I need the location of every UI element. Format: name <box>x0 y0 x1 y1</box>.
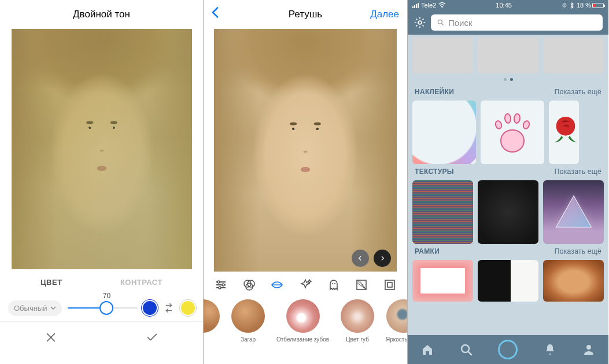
frame-item[interactable] <box>412 260 473 302</box>
scroll-content[interactable]: НАКЛЕЙКИПоказать ещё ТЕКСТУРЫПоказать ещ… <box>408 35 608 334</box>
bluetooth-icon <box>570 2 574 9</box>
profile-icon[interactable] <box>582 343 596 356</box>
slider-row: Обычный 70 <box>0 295 203 321</box>
next-button[interactable]: Далее <box>370 9 399 20</box>
featured-strip[interactable] <box>408 35 608 76</box>
svg-rect-10 <box>387 283 392 287</box>
texture-item-glitch[interactable] <box>412 180 473 244</box>
search-placeholder: Поиск <box>448 18 473 28</box>
bell-icon[interactable] <box>543 343 557 356</box>
wifi-icon <box>438 2 446 8</box>
texture-item-vignette[interactable] <box>478 180 538 244</box>
featured-item[interactable] <box>412 38 473 73</box>
header: Ретушь Далее <box>204 0 407 29</box>
preview-image[interactable] <box>214 29 397 272</box>
arrow-right-icon <box>378 254 386 262</box>
featured-item[interactable] <box>543 38 604 73</box>
signal-icon <box>412 3 419 8</box>
header: Двойной тон <box>0 0 203 29</box>
page-title: Ретушь <box>289 9 322 20</box>
sparkle-icon[interactable] <box>298 278 312 292</box>
alarm-icon <box>562 2 567 8</box>
show-more-link[interactable]: Показать ещё <box>555 168 601 176</box>
clock: 10:45 <box>496 2 512 9</box>
svg-point-0 <box>217 281 220 283</box>
show-more-link[interactable]: Показать ещё <box>555 88 601 96</box>
color-swatch-primary[interactable] <box>143 301 157 315</box>
texture-icon[interactable] <box>355 278 368 292</box>
intensity-slider[interactable]: 70 <box>68 301 137 315</box>
blend-mode-label: Обычный <box>14 304 47 313</box>
search-input[interactable]: Поиск <box>431 14 603 31</box>
section-textures: ТЕКСТУРЫПоказать ещё <box>408 164 608 244</box>
search-bar: Поиск <box>408 10 608 35</box>
texture-item-prism[interactable] <box>543 180 604 244</box>
close-icon <box>45 331 57 344</box>
section-title: РАМКИ <box>415 247 440 255</box>
svg-point-11 <box>442 7 443 8</box>
cancel-button[interactable] <box>0 322 102 352</box>
tab-contrast[interactable]: КОНТРАСТ <box>120 278 163 287</box>
svg-rect-9 <box>385 280 394 289</box>
slider-thumb[interactable] <box>99 301 113 315</box>
frame-item[interactable] <box>478 260 538 302</box>
color-swatch-secondary[interactable] <box>181 301 195 315</box>
lips-icon[interactable] <box>270 278 284 292</box>
retouch-thumb-teeth[interactable]: Отбеливание зубов <box>276 299 329 343</box>
gear-icon[interactable] <box>414 16 426 29</box>
search-icon <box>437 18 445 27</box>
svg-point-15 <box>462 345 469 352</box>
retouch-thumb-prev[interactable] <box>204 299 220 333</box>
battery-icon <box>592 3 604 8</box>
sliders-icon[interactable] <box>214 278 228 292</box>
retouch-panel: Ретушь Далее Загар Отбеливание зубов Цве… <box>204 0 407 364</box>
svg-point-16 <box>586 345 591 350</box>
svg-point-7 <box>334 283 335 284</box>
sticker-item-rainbow[interactable] <box>412 101 476 164</box>
adjustment-tabs: ЦВЕТ КОНТРАСТ <box>0 269 203 295</box>
chevron-left-icon <box>211 6 220 20</box>
undo-button[interactable] <box>352 250 369 267</box>
bottom-nav <box>408 335 608 364</box>
frame-item[interactable] <box>543 260 604 302</box>
assets-panel: Tele2 10:45 18 % Поиск НАКЛЕЙКИПоказать … <box>408 0 608 364</box>
swap-colors-icon[interactable] <box>163 302 175 314</box>
arrow-left-icon <box>356 254 364 262</box>
section-title: ТЕКСТУРЫ <box>415 168 454 176</box>
ghost-icon[interactable] <box>327 278 341 292</box>
sticker-item-rose[interactable] <box>549 101 579 164</box>
retouch-thumb-eyes[interactable]: Яркость глаз <box>386 299 407 343</box>
filter-icon[interactable] <box>242 278 256 292</box>
retouch-thumb-lips[interactable]: Цвет губ <box>341 299 374 343</box>
home-icon[interactable] <box>420 343 434 356</box>
back-button[interactable] <box>211 6 220 24</box>
tab-color[interactable]: ЦВЕТ <box>40 278 62 287</box>
page-dots <box>408 76 608 84</box>
sticker-item-paw[interactable] <box>481 101 544 164</box>
retouch-thumb-tan[interactable]: Загар <box>231 299 265 343</box>
section-title: НАКЛЕЙКИ <box>415 88 454 96</box>
redo-button[interactable] <box>374 250 391 267</box>
svg-point-2 <box>219 287 221 289</box>
duotone-panel: Двойной тон ЦВЕТ КОНТРАСТ Обычный 70 <box>0 0 203 364</box>
featured-item[interactable] <box>478 38 538 73</box>
svg-point-13 <box>418 21 422 24</box>
svg-point-14 <box>438 20 442 24</box>
create-button[interactable] <box>498 340 518 359</box>
show-more-link[interactable]: Показать ещё <box>555 247 601 255</box>
bottom-actions <box>0 321 203 352</box>
section-frames: РАМКИПоказать ещё <box>408 244 608 302</box>
blend-mode-dropdown[interactable]: Обычный <box>8 300 62 316</box>
svg-point-1 <box>222 284 224 286</box>
page-title: Двойной тон <box>73 9 130 20</box>
slider-value-label: 70 <box>103 292 110 300</box>
carrier-label: Tele2 <box>421 2 436 9</box>
battery-percent: 18 % <box>577 2 591 9</box>
confirm-button[interactable] <box>102 322 204 352</box>
frame-icon[interactable] <box>383 278 397 292</box>
check-icon <box>146 331 158 344</box>
chevron-down-icon <box>50 306 56 310</box>
search-nav-icon[interactable] <box>459 343 473 356</box>
preview-image[interactable] <box>12 29 192 269</box>
retouch-thumb-row[interactable]: Загар Отбеливание зубов Цвет губ Яркость… <box>204 298 407 356</box>
